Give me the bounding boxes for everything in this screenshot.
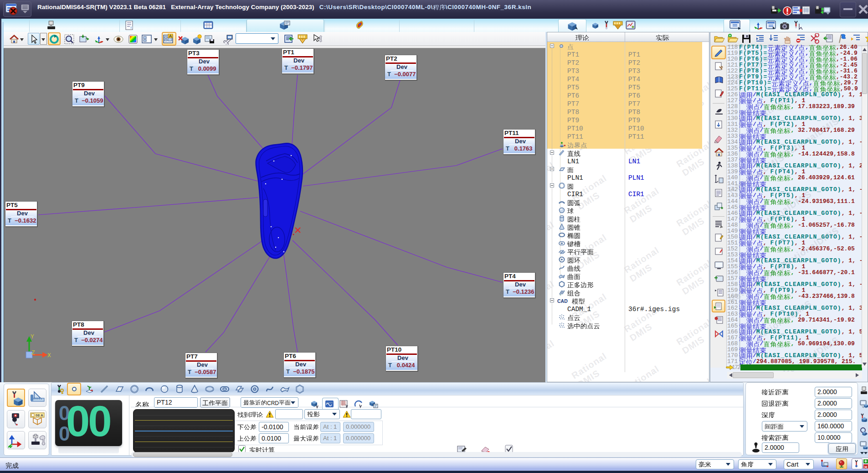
- svg-text:A: A: [41, 413, 43, 417]
- svg-text:X: X: [47, 352, 51, 359]
- svg-text:Y: Y: [31, 333, 34, 340]
- svg-text:08: 08: [36, 413, 40, 417]
- svg-text:CAD: CAD: [557, 298, 568, 304]
- svg-text:A: A: [169, 34, 172, 38]
- svg-text:Z: Z: [31, 349, 35, 356]
